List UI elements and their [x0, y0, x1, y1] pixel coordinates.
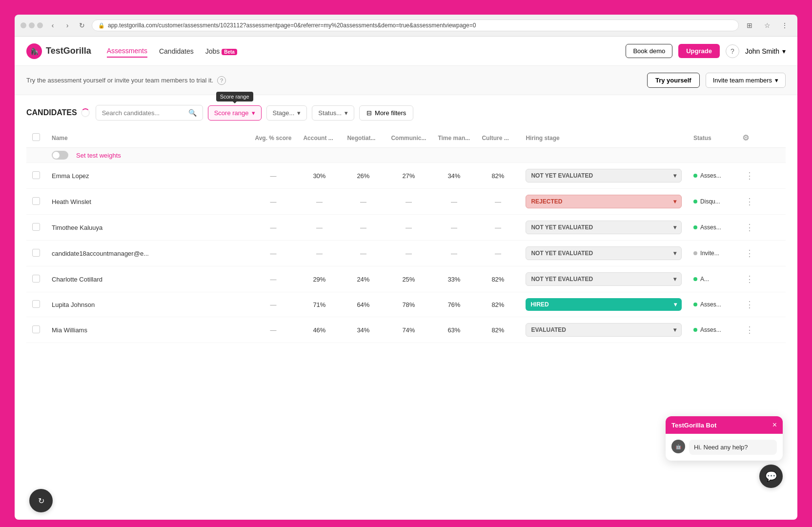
nav-assessments[interactable]: Assessments	[107, 45, 147, 58]
th-communicate: Communic...	[385, 128, 432, 148]
table-row: Emma Lopez — 30% 26% 27% 34% 82% NOT YET…	[26, 163, 786, 189]
more-options-cell: ⋮	[736, 215, 786, 241]
status-cell: Disqu...	[688, 189, 736, 215]
more-options-button[interactable]: ⋮	[742, 324, 757, 336]
row-checkbox[interactable]	[32, 197, 40, 205]
status-dot	[693, 225, 697, 229]
table-row: Lupita Johnson — 71% 64% 78% 76% 82% HIR…	[26, 292, 786, 317]
communicate-score-cell: —	[385, 241, 432, 266]
status-dot	[693, 200, 697, 203]
culture-score-cell: 82%	[476, 163, 520, 189]
help-button[interactable]: ?	[726, 44, 739, 58]
chat-open-button[interactable]: 💬	[759, 465, 783, 488]
chat-message: Hi. Need any help?	[689, 440, 777, 455]
row-checkbox[interactable]	[32, 249, 40, 257]
settings-button[interactable]: ⋮	[778, 19, 792, 32]
bookmark-button[interactable]: ☆	[760, 19, 774, 32]
hiring-stage-cell[interactable]: NOT YET EVALUATED ▾	[520, 215, 688, 241]
chat-popup-header: TestGorilla Bot ×	[666, 416, 783, 434]
browser-refresh-button[interactable]: ↻	[76, 20, 88, 31]
test-weights-toggle[interactable]	[52, 151, 68, 160]
table-header-row: Name Avg. % score Account ... Negotiat..…	[26, 128, 786, 148]
stage-badge[interactable]: NOT YET EVALUATED ▾	[526, 246, 682, 260]
book-demo-button[interactable]: Book demo	[626, 44, 672, 58]
stage-badge[interactable]: NOT YET EVALUATED ▾	[526, 221, 682, 234]
account-score-cell: 46%	[297, 317, 341, 343]
status-cell: Invite...	[688, 241, 736, 266]
more-options-button[interactable]: ⋮	[742, 247, 757, 260]
culture-score-cell: —	[476, 241, 520, 266]
more-options-button[interactable]: ⋮	[742, 273, 757, 285]
nav-jobs[interactable]: Jobs Beta	[205, 45, 237, 57]
stage-badge[interactable]: HIRED ▾	[526, 298, 682, 311]
browser-actions: ⊞ ☆ ⋮	[743, 19, 792, 32]
score-range-chevron-icon: ▾	[252, 109, 255, 117]
hiring-stage-cell[interactable]: HIRED ▾	[520, 292, 688, 317]
th-culture: Culture ...	[476, 128, 520, 148]
stage-dropdown[interactable]: Stage... ▾	[266, 105, 307, 121]
chat-popup: TestGorilla Bot × 🤖 Hi. Need any help?	[666, 416, 783, 461]
status-cell: Asses...	[688, 215, 736, 241]
more-options-button[interactable]: ⋮	[742, 298, 757, 311]
candidate-name: Mia Williams	[46, 317, 249, 343]
row-checkbox[interactable]	[32, 325, 40, 333]
status-cell: Asses...	[688, 163, 736, 189]
hiring-stage-cell[interactable]: REJECTED ▾	[520, 189, 688, 215]
browser-dot-close	[20, 22, 26, 28]
select-all-checkbox[interactable]	[32, 133, 40, 141]
invite-team-button[interactable]: Invite team members ▾	[706, 73, 786, 88]
status-label: Disqu...	[700, 198, 720, 205]
stage-label: HIRED	[530, 301, 548, 308]
table-row: Charlotte Cotillard — 29% 24% 25% 33% 82…	[26, 266, 786, 292]
browser-back-button[interactable]: ‹	[47, 20, 59, 31]
communicate-score-cell: 74%	[385, 317, 432, 343]
candidate-name: candidate18accountmanager@e...	[46, 241, 249, 266]
nav-candidates[interactable]: Candidates	[159, 45, 194, 57]
stage-chevron-icon: ▾	[297, 109, 301, 117]
try-yourself-button[interactable]: Try yourself	[647, 73, 700, 88]
row-checkbox[interactable]	[32, 171, 40, 179]
hiring-stage-cell[interactable]: EVALUATED ▾	[520, 317, 688, 343]
status-cell: Asses...	[688, 317, 736, 343]
stage-label: Stage...	[273, 109, 295, 117]
set-test-weights-link[interactable]: Set test weights	[76, 152, 121, 159]
search-input[interactable]	[102, 109, 184, 117]
more-options-button[interactable]: ⋮	[742, 195, 757, 208]
stage-badge[interactable]: NOT YET EVALUATED ▾	[526, 169, 682, 182]
negotiate-score-cell: 26%	[341, 163, 385, 189]
cw-button[interactable]: ↻	[29, 489, 53, 512]
invite-label: Invite team members	[713, 77, 772, 84]
more-options-button[interactable]: ⋮	[742, 221, 757, 234]
chat-close-button[interactable]: ×	[772, 421, 777, 429]
row-checkbox[interactable]	[32, 223, 40, 231]
logo[interactable]: 🦍 TestGorilla	[26, 43, 91, 59]
stage-badge[interactable]: EVALUATED ▾	[526, 323, 682, 337]
status-cell: Asses...	[688, 292, 736, 317]
browser-url-bar[interactable]: 🔒 app.testgorilla.com/customer/assessmen…	[92, 20, 739, 31]
status-label: A...	[700, 276, 709, 283]
candidates-table: Name Avg. % score Account ... Negotiat..…	[26, 128, 786, 343]
status-dot	[693, 174, 697, 178]
upgrade-button[interactable]: Upgrade	[678, 44, 720, 58]
more-options-button[interactable]: ⋮	[742, 169, 757, 182]
user-menu[interactable]: John Smith ▾	[745, 47, 786, 55]
more-filters-button[interactable]: ⊟ More filters	[359, 105, 413, 121]
search-box[interactable]: 🔍	[96, 105, 203, 121]
trial-actions: Try yourself Invite team members ▾	[647, 73, 786, 88]
table-settings-icon[interactable]: ⚙	[742, 134, 749, 142]
row-checkbox[interactable]	[32, 275, 40, 283]
stage-chevron-icon: ▾	[674, 301, 677, 308]
hiring-stage-cell[interactable]: NOT YET EVALUATED ▾	[520, 266, 688, 292]
top-navigation: 🦍 TestGorilla Assessments Candidates Job…	[15, 37, 797, 66]
negotiate-score-cell: 34%	[341, 317, 385, 343]
browser-forward-button[interactable]: ›	[61, 20, 73, 31]
status-dropdown[interactable]: Status... ▾	[312, 105, 354, 121]
extensions-button[interactable]: ⊞	[743, 19, 756, 32]
stage-badge[interactable]: NOT YET EVALUATED ▾	[526, 272, 682, 286]
row-checkbox[interactable]	[32, 300, 40, 308]
score-range-dropdown[interactable]: Score range ▾	[208, 105, 262, 121]
hiring-stage-cell[interactable]: NOT YET EVALUATED ▾	[520, 241, 688, 266]
stage-badge[interactable]: REJECTED ▾	[526, 195, 682, 208]
hiring-stage-cell[interactable]: NOT YET EVALUATED ▾	[520, 163, 688, 189]
user-menu-chevron: ▾	[782, 47, 786, 55]
